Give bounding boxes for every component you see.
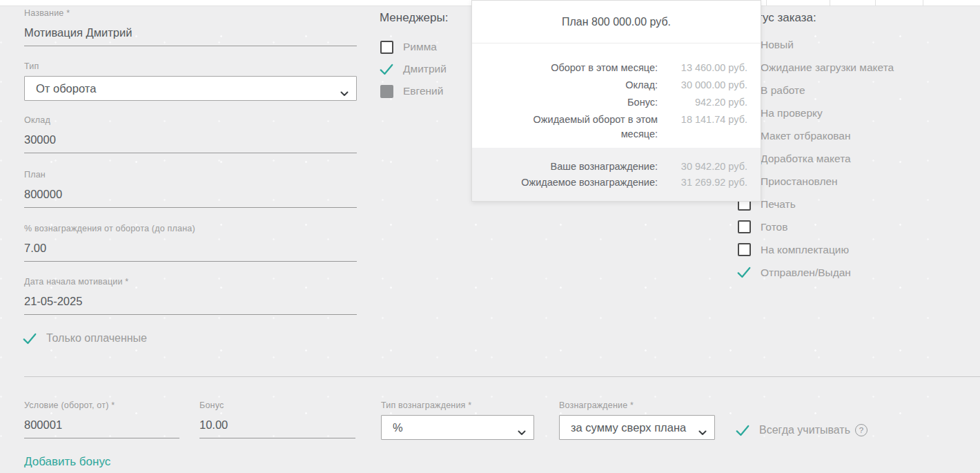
status-label: Отправлен/Выдан — [761, 267, 851, 279]
status-label: На проверку — [761, 107, 823, 119]
popup-row-value: 18 141.74 руб. — [658, 113, 747, 142]
chevron-down-icon — [340, 86, 349, 99]
manager-label: Евгений — [403, 85, 443, 97]
plan-label: План — [24, 170, 357, 180]
field-plan: План 800000 — [24, 170, 357, 208]
status-label: Приостановлен — [761, 175, 838, 188]
field-condition: Условие (оборот, от) * 800001 — [24, 400, 179, 438]
popup-row-value: 942.20 руб. — [658, 95, 747, 110]
percent-label: % вознаграждения от оборота (до плана) — [24, 224, 357, 233]
add-bonus-link[interactable]: Добавить бонус — [24, 455, 110, 469]
start-date-label: Дата начала мотивации * — [24, 277, 357, 287]
manager-label: Римма — [403, 41, 437, 53]
check-icon — [737, 266, 751, 279]
field-salary: Оклад 30000 — [24, 115, 357, 153]
check-icon — [736, 424, 749, 437]
type-label: Тип — [24, 61, 357, 71]
table-column-divider — [923, 0, 923, 6]
name-label: Название * — [24, 8, 357, 18]
status-label: Макет отбракован — [761, 130, 851, 142]
status-for-assembly-checkbox[interactable] — [738, 243, 751, 256]
popup-row-label: Ожидаемый оборот в этом месяце: — [507, 113, 658, 142]
manager-row: Дмитрий — [380, 58, 448, 80]
popup-row-value: 13 460.00 руб. — [658, 61, 747, 75]
table-column-divider — [830, 0, 830, 6]
condition-input[interactable]: 800001 — [24, 418, 179, 438]
plan-summary-popup: План 800 000.00 руб. Оборот в этом месяц… — [471, 0, 761, 202]
field-type: Тип От оборота — [24, 61, 357, 101]
plan-input[interactable]: 800000 — [24, 187, 357, 208]
popup-row: Оклад: 30 000.00 руб. — [472, 78, 747, 93]
name-input[interactable]: Мотивация Дмитрий — [24, 26, 357, 46]
popup-row-value: 30 000.00 руб. — [658, 78, 747, 93]
field-start-date: Дата начала мотивации * 21-05-2025 — [24, 277, 357, 315]
managers-section: Менеджеры: Римма Дмитрий Евгений — [380, 11, 448, 102]
percent-input[interactable]: 7.00 — [24, 241, 357, 262]
manager-dmitry-checkbox[interactable] — [380, 62, 393, 76]
field-name: Название * Мотивация Дмитрий — [24, 8, 357, 46]
manager-evgeny-checkbox[interactable] — [380, 85, 393, 98]
status-row: На комплектацию — [737, 238, 894, 261]
popup-row-label: Ваше вознаграждение: — [473, 159, 658, 174]
popup-summary-row: Ваше вознаграждение: 30 942.20 руб. — [472, 159, 747, 174]
status-ready-checkbox[interactable] — [738, 220, 751, 233]
popup-row: Ожидаемый оборот в этом месяце: 18 141.7… — [472, 113, 747, 142]
reward-label: Вознаграждение * — [559, 400, 715, 410]
always-count-label: Всегда учитывать — [759, 424, 850, 436]
chevron-down-icon — [698, 425, 707, 438]
section-divider — [24, 376, 980, 377]
manager-rimma-checkbox[interactable] — [380, 41, 393, 54]
popup-summary-section: Ваше вознаграждение: 30 942.20 руб. Ожид… — [472, 148, 761, 201]
status-shipped-checkbox[interactable] — [737, 266, 751, 280]
reward-type-select-value: % — [393, 421, 403, 434]
only-paid-label: Только оплаченные — [46, 332, 147, 345]
salary-label: Оклад — [24, 115, 357, 125]
popup-row-label: Ожидаемое вознаграждение: — [473, 175, 658, 190]
popup-summary-row: Ожидаемое вознаграждение: 31 269.92 руб. — [472, 175, 747, 190]
bonus-label: Бонус — [199, 400, 355, 410]
status-label: Ожидание загрузки макета — [761, 61, 894, 74]
status-label: Доработка макета — [761, 153, 851, 165]
reward-select-value: за сумму сверх плана — [571, 421, 686, 434]
field-reward-type: Тип вознаграждения * % — [381, 400, 534, 440]
check-icon — [23, 332, 37, 345]
table-column-divider — [766, 0, 767, 6]
popup-row-label: Оклад: — [473, 78, 658, 93]
popup-title: План 800 000.00 руб. — [472, 1, 761, 44]
always-count-checkbox[interactable] — [736, 423, 749, 437]
manager-row: Евгений — [380, 80, 448, 102]
popup-row: Оборот в этом месяце: 13 460.00 руб. — [472, 61, 747, 75]
reward-select[interactable]: за сумму сверх плана — [559, 415, 715, 440]
field-reward: Вознаграждение * за сумму сверх плана — [559, 400, 715, 440]
status-row: Отправлен/Выдан — [737, 261, 894, 284]
popup-row-label: Бонус: — [473, 95, 658, 110]
bonus-input[interactable]: 10.00 — [199, 418, 355, 438]
reward-type-select[interactable]: % — [381, 415, 534, 440]
type-select[interactable]: От оборота — [24, 76, 357, 101]
field-bonus: Бонус 10.00 — [199, 400, 355, 438]
status-label: Новый — [761, 39, 794, 51]
popup-row: Бонус: 942.20 руб. — [472, 95, 747, 110]
check-icon — [380, 63, 393, 76]
help-icon[interactable]: ? — [855, 424, 868, 436]
condition-label: Условие (оборот, от) * — [24, 400, 179, 410]
field-percent: % вознаграждения от оборота (до плана) 7… — [24, 224, 357, 262]
status-label: Печать — [761, 198, 796, 211]
managers-heading: Менеджеры: — [380, 11, 448, 25]
status-label: В работе — [761, 84, 805, 97]
always-count-checkbox-row: Всегда учитывать ? — [736, 423, 868, 437]
popup-row-value: 31 269.92 руб. — [658, 175, 747, 190]
table-column-divider — [875, 0, 876, 6]
status-label: Готов — [761, 221, 787, 233]
start-date-input[interactable]: 21-05-2025 — [24, 294, 357, 315]
salary-input[interactable]: 30000 — [24, 133, 357, 153]
popup-row-label: Оборот в этом месяце: — [473, 61, 658, 75]
only-paid-checkbox[interactable] — [23, 331, 37, 345]
popup-row-value: 30 942.20 руб. — [658, 159, 747, 174]
manager-row: Римма — [380, 36, 448, 58]
reward-type-label: Тип вознаграждения * — [381, 400, 534, 410]
chevron-down-icon — [518, 425, 526, 438]
type-select-value: От оборота — [36, 82, 96, 95]
manager-label: Дмитрий — [403, 63, 447, 75]
status-row: Готов — [737, 215, 894, 238]
